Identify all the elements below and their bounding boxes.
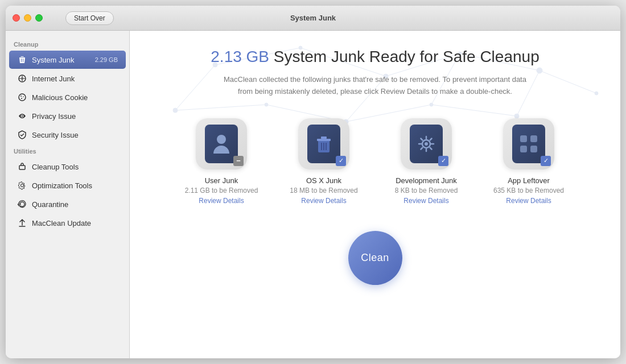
svg-rect-43 — [530, 135, 537, 142]
content-area: 2.13 GB System Junk Ready for Safe Clean… — [130, 31, 620, 358]
card-review-link[interactable]: Review Details — [403, 197, 448, 205]
headline: 2.13 GB System Junk Ready for Safe Clean… — [211, 48, 539, 66]
check-badge: ✓ — [336, 156, 346, 166]
svg-point-5 — [21, 98, 22, 99]
cookie-icon — [17, 92, 27, 102]
clean-button-wrap: Clean — [348, 231, 402, 285]
maximize-button[interactable] — [35, 14, 43, 22]
card-review-link[interactable]: Review Details — [301, 197, 346, 205]
sidebar-item-badge: 2.29 GB — [95, 56, 118, 63]
traffic-lights — [13, 14, 43, 22]
svg-point-33 — [217, 135, 226, 144]
sidebar-item-label: Optimization Tools — [32, 181, 118, 190]
minus-badge: − — [233, 156, 244, 166]
card-size: 8 KB to be Removed — [395, 187, 458, 195]
card-review-link[interactable]: Review Details — [199, 197, 244, 205]
sidebar-item-privacy-issue[interactable]: Privacy Issue — [9, 107, 126, 125]
sidebar-item-label: Quarantine — [32, 200, 118, 209]
main-window: Start Over System Junk Cleanup System Ju… — [6, 6, 620, 358]
svg-rect-7 — [19, 166, 25, 169]
sidebar-item-label: Malicious Cookie — [32, 93, 118, 102]
sidebar-item-label: Privacy Issue — [32, 112, 118, 121]
sidebar-item-label: Security Issue — [32, 131, 118, 139]
card-os-x-junk: ✓ OS X Junk 18 MB to be Removed Review D… — [281, 118, 366, 205]
svg-point-3 — [20, 96, 22, 97]
card-user-junk: − User Junk 2.11 GB to be Removed Review… — [179, 118, 264, 205]
card-title: User Junk — [205, 176, 238, 185]
svg-rect-42 — [520, 135, 527, 142]
card-icon-wrap-app-leftover: ✓ — [503, 118, 554, 169]
minimize-button[interactable] — [24, 14, 31, 22]
globe-icon — [17, 73, 27, 84]
card-size: 2.11 GB to be Removed — [185, 187, 258, 195]
sidebar-item-macclean-update[interactable]: MacClean Update — [9, 214, 126, 232]
card-title: OS X Junk — [306, 176, 341, 185]
sidebar: Cleanup System Junk 2.29 GB Internet Jun… — [6, 31, 130, 358]
sidebar-item-label: Internet Junk — [32, 75, 118, 83]
start-over-button[interactable]: Start Over — [65, 11, 114, 25]
sidebar-item-security-issue[interactable]: Security Issue — [9, 126, 126, 144]
svg-rect-35 — [317, 139, 331, 141]
svg-point-2 — [19, 94, 26, 101]
sidebar-item-internet-junk[interactable]: Internet Junk — [9, 69, 126, 88]
junk-cards: − User Junk 2.11 GB to be Removed Review… — [179, 118, 571, 205]
card-app-leftover: ✓ App Leftover 635 KB to be Removed Revi… — [486, 118, 571, 205]
sidebar-item-cleanup-tools[interactable]: Cleanup Tools — [9, 158, 126, 176]
sidebar-item-malicious-cookie[interactable]: Malicious Cookie — [9, 88, 126, 106]
cleanup-section-label: Cleanup — [6, 38, 129, 50]
card-icon-wrap-user-junk: − — [196, 118, 247, 169]
titlebar: Start Over System Junk — [6, 6, 620, 31]
svg-point-4 — [23, 96, 24, 97]
svg-point-41 — [425, 142, 428, 146]
gear-icon — [17, 180, 27, 191]
card-size: 18 MB to be Removed — [290, 187, 357, 195]
sidebar-item-label: System Junk — [32, 56, 95, 64]
refresh-icon — [17, 199, 27, 209]
svg-rect-45 — [530, 146, 537, 152]
close-button[interactable] — [13, 14, 20, 22]
main-area: Cleanup System Junk 2.29 GB Internet Jun… — [6, 31, 620, 358]
headline-text: System Junk Ready for Safe Cleanup — [269, 48, 539, 65]
card-title: App Leftover — [508, 176, 550, 185]
content-inner: 2.13 GB System Junk Ready for Safe Clean… — [130, 31, 620, 285]
check-badge: ✓ — [438, 156, 448, 166]
sidebar-item-system-junk[interactable]: System Junk 2.29 GB — [9, 51, 126, 69]
card-size: 635 KB to be Removed — [493, 187, 564, 195]
headline-size: 2.13 GB — [211, 48, 269, 65]
sidebar-item-optimization-tools[interactable]: Optimization Tools — [9, 176, 126, 195]
briefcase-icon — [17, 162, 27, 172]
svg-point-6 — [22, 115, 23, 117]
svg-rect-44 — [520, 146, 527, 152]
trash-icon — [17, 55, 27, 65]
check-badge: ✓ — [541, 156, 551, 166]
sidebar-item-label: MacClean Update — [32, 219, 118, 228]
sidebar-item-label: Cleanup Tools — [32, 163, 118, 171]
subtext: MacClean collected the following junks t… — [216, 74, 534, 98]
shield-icon — [17, 130, 27, 140]
arrow-up-icon — [17, 218, 27, 228]
eye-icon — [17, 111, 27, 121]
card-development-junk: ✓ Development Junk 8 KB to be Removed Re… — [384, 118, 469, 205]
card-icon-wrap-dev-junk: ✓ — [401, 118, 452, 169]
sidebar-item-quarantine[interactable]: Quarantine — [9, 195, 126, 213]
clean-button[interactable]: Clean — [348, 231, 402, 285]
card-title: Development Junk — [396, 176, 457, 185]
card-review-link[interactable]: Review Details — [506, 197, 551, 205]
card-icon-wrap-os-x-junk: ✓ — [298, 118, 349, 169]
svg-rect-36 — [321, 136, 327, 139]
window-title: System Junk — [290, 14, 336, 22]
utilities-section-label: Utilities — [6, 144, 129, 157]
